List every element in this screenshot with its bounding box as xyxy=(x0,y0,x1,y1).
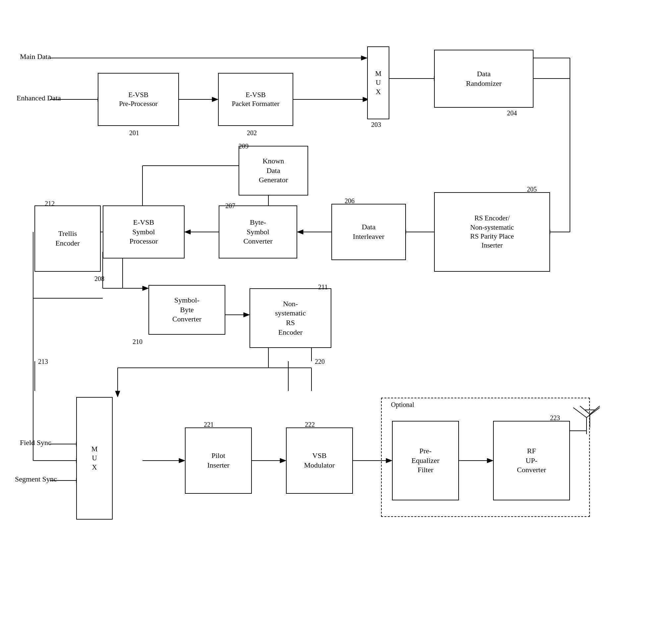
evsb-packet-formatter-label: E-VSB Packet Formatter xyxy=(231,90,279,109)
num-212: 212 xyxy=(45,200,55,207)
trellis-encoder-block: Trellis Encoder xyxy=(35,205,101,272)
pre-equalizer-label: Pre- Equalizer Filter xyxy=(412,446,440,475)
trellis-encoder-label: Trellis Encoder xyxy=(55,229,79,248)
num-221: 221 xyxy=(204,421,214,428)
svg-marker-17 xyxy=(297,230,303,234)
svg-marker-21 xyxy=(185,230,191,234)
rs-encoder-label: RS Encoder/ Non-systematic RS Parity Pla… xyxy=(470,214,514,250)
pilot-inserter-block: Pilot Inserter xyxy=(185,427,252,494)
known-data-generator-block: Known Data Generator xyxy=(239,146,308,196)
segment-sync-label: Segment Sync xyxy=(15,475,57,483)
rf-up-converter-block: RF UP- Converter xyxy=(493,421,570,500)
svg-marker-5 xyxy=(212,97,218,102)
num-205: 205 xyxy=(527,186,537,193)
num-203: 203 xyxy=(371,121,381,129)
svg-marker-42 xyxy=(179,458,185,463)
byte-symbol-converter-label: Byte- Symbol Converter xyxy=(244,218,273,246)
byte-symbol-converter-block: Byte- Symbol Converter xyxy=(219,205,297,259)
symbol-byte-converter-label: Symbol- Byte Converter xyxy=(172,295,201,324)
main-data-label: Main Data xyxy=(20,52,51,61)
symbol-byte-converter-block: Symbol- Byte Converter xyxy=(148,285,225,335)
mux-bottom-label: M U X xyxy=(91,445,98,472)
svg-marker-39 xyxy=(115,391,120,397)
field-sync-label: Field Sync xyxy=(20,438,51,447)
nonsys-rs-encoder-block: Non- systematic RS Encoder xyxy=(250,288,331,348)
num-204: 204 xyxy=(507,109,517,117)
evsb-symbol-processor-block: E-VSB Symbol Processor xyxy=(103,205,185,259)
evsb-preprocessor-block: E-VSB Pre-Processor xyxy=(98,73,179,126)
num-210: 210 xyxy=(133,338,142,346)
num-206: 206 xyxy=(345,197,354,205)
svg-marker-35 xyxy=(244,313,250,317)
num-211: 211 xyxy=(318,283,328,291)
enhanced-data-label: Enhanced Data xyxy=(16,94,61,102)
mux-bottom-block: M U X xyxy=(76,397,113,520)
data-interleaver-block: Data Interleaver xyxy=(331,204,406,260)
num-213: 213 xyxy=(38,358,48,365)
svg-marker-44 xyxy=(280,458,286,463)
svg-marker-1 xyxy=(361,56,367,60)
num-220: 220 xyxy=(315,358,325,365)
data-randomizer-label: Data Randomizer xyxy=(466,69,502,88)
num-222: 222 xyxy=(305,421,315,428)
svg-marker-31 xyxy=(142,286,148,291)
num-201: 201 xyxy=(129,129,139,137)
mux-top-block: M U X xyxy=(367,47,389,119)
evsb-symbol-processor-label: E-VSB Symbol Processor xyxy=(130,218,158,246)
mux-top-label: M U X xyxy=(375,69,382,96)
optional-label: Optional xyxy=(391,401,414,409)
num-202: 202 xyxy=(247,129,257,137)
vsb-modulator-block: VSB Modulator xyxy=(286,427,353,494)
rf-up-converter-label: RF UP- Converter xyxy=(517,446,546,475)
data-randomizer-block: Data Randomizer xyxy=(434,50,534,108)
evsb-preprocessor-label: E-VSB Pre-Processor xyxy=(119,90,158,109)
vsb-modulator-label: VSB Modulator xyxy=(304,451,335,470)
num-209: 209 xyxy=(239,142,249,150)
num-208: 208 xyxy=(94,275,105,283)
pre-equalizer-block: Pre- Equalizer Filter xyxy=(392,421,459,500)
known-data-generator-label: Known Data Generator xyxy=(259,156,288,185)
data-interleaver-label: Data Interleaver xyxy=(353,222,384,241)
pilot-inserter-label: Pilot Inserter xyxy=(207,451,229,470)
num-223: 223 xyxy=(550,414,560,422)
evsb-packet-formatter-block: E-VSB Packet Formatter xyxy=(218,73,293,126)
rs-encoder-block: RS Encoder/ Non-systematic RS Parity Pla… xyxy=(434,192,550,272)
nonsys-rs-encoder-label: Non- systematic RS Encoder xyxy=(275,299,306,337)
num-207: 207 xyxy=(225,202,235,210)
